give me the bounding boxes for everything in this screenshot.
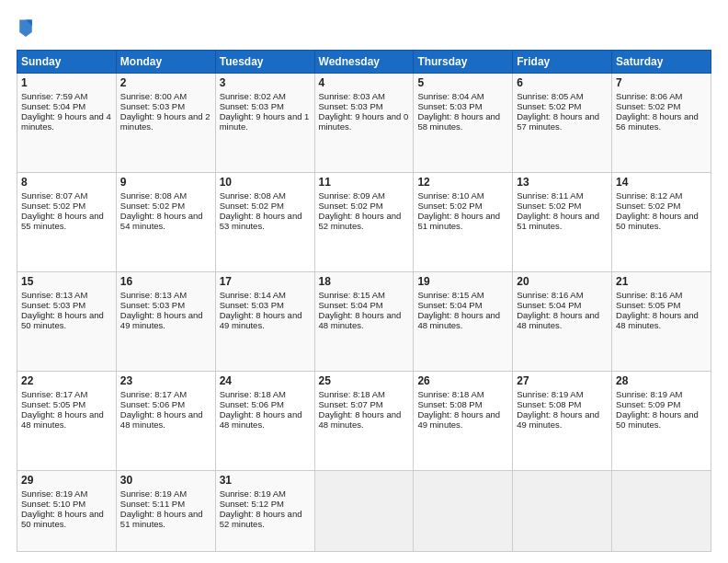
calendar-cell: 26Sunrise: 8:18 AMSunset: 5:08 PMDayligh… [414,371,513,470]
day-number: 18 [319,275,410,288]
calendar-cell: 14Sunrise: 8:12 AMSunset: 5:02 PMDayligh… [612,172,711,271]
calendar-cell: 5Sunrise: 8:04 AMSunset: 5:03 PMDaylight… [414,74,513,173]
calendar-cell: 15Sunrise: 8:13 AMSunset: 5:03 PMDayligh… [17,271,117,371]
day-number: 14 [616,176,707,189]
calendar-cell [314,470,414,551]
day-info: Sunrise: 8:18 AMSunset: 5:06 PMDaylight:… [220,389,302,430]
day-number: 9 [120,176,211,189]
day-number: 8 [21,176,112,189]
day-number: 31 [220,474,311,487]
calendar-cell: 16Sunrise: 8:13 AMSunset: 5:03 PMDayligh… [116,271,215,371]
col-header-thursday: Thursday [414,51,513,74]
day-number: 10 [220,176,311,189]
day-number: 4 [319,76,410,89]
day-info: Sunrise: 8:08 AMSunset: 5:02 PMDaylight:… [220,190,302,231]
col-header-friday: Friday [513,51,612,74]
day-number: 26 [417,374,508,387]
col-header-saturday: Saturday [612,51,711,74]
calendar-cell: 17Sunrise: 8:14 AMSunset: 5:03 PMDayligh… [215,271,314,371]
day-number: 12 [417,176,508,189]
day-info: Sunrise: 8:18 AMSunset: 5:07 PMDaylight:… [319,389,402,430]
day-info: Sunrise: 8:03 AMSunset: 5:03 PMDaylight:… [319,91,409,132]
calendar-cell: 6Sunrise: 8:05 AMSunset: 5:02 PMDaylight… [513,74,612,173]
day-number: 7 [616,76,707,89]
day-number: 11 [319,176,410,189]
day-info: Sunrise: 8:02 AMSunset: 5:03 PMDaylight:… [220,91,310,132]
day-number: 1 [21,76,112,89]
calendar-cell: 9Sunrise: 8:08 AMSunset: 5:02 PMDaylight… [116,172,215,271]
day-number: 27 [517,374,608,387]
col-header-tuesday: Tuesday [215,51,314,74]
calendar-cell: 18Sunrise: 8:15 AMSunset: 5:04 PMDayligh… [314,271,414,371]
day-info: Sunrise: 8:13 AMSunset: 5:03 PMDaylight:… [120,290,203,330]
calendar-cell: 8Sunrise: 8:07 AMSunset: 5:02 PMDaylight… [17,172,117,271]
day-number: 15 [21,275,112,288]
day-info: Sunrise: 8:17 AMSunset: 5:06 PMDaylight:… [120,389,203,430]
calendar-cell: 12Sunrise: 8:10 AMSunset: 5:02 PMDayligh… [414,172,513,271]
col-header-sunday: Sunday [17,51,117,74]
calendar-week-2: 15Sunrise: 8:13 AMSunset: 5:03 PMDayligh… [17,271,711,371]
calendar-header-row: SundayMondayTuesdayWednesdayThursdayFrid… [17,51,711,74]
day-info: Sunrise: 8:19 AMSunset: 5:11 PMDaylight:… [120,488,203,529]
day-number: 17 [220,275,311,288]
day-info: Sunrise: 8:00 AMSunset: 5:03 PMDaylight:… [120,91,210,132]
calendar-cell: 20Sunrise: 8:16 AMSunset: 5:04 PMDayligh… [513,271,612,371]
calendar-cell [414,470,513,551]
calendar-cell: 25Sunrise: 8:18 AMSunset: 5:07 PMDayligh… [314,371,414,470]
day-number: 22 [21,374,112,387]
logo [17,17,36,40]
day-info: Sunrise: 8:19 AMSunset: 5:10 PMDaylight:… [21,488,104,529]
calendar-cell: 31Sunrise: 8:19 AMSunset: 5:12 PMDayligh… [215,470,314,551]
calendar-cell: 19Sunrise: 8:15 AMSunset: 5:04 PMDayligh… [414,271,513,371]
calendar-cell: 4Sunrise: 8:03 AMSunset: 5:03 PMDaylight… [314,74,414,173]
calendar-cell: 21Sunrise: 8:16 AMSunset: 5:05 PMDayligh… [612,271,711,371]
day-info: Sunrise: 8:08 AMSunset: 5:02 PMDaylight:… [120,190,203,231]
day-number: 13 [517,176,608,189]
day-info: Sunrise: 8:07 AMSunset: 5:02 PMDaylight:… [21,190,104,231]
day-info: Sunrise: 8:17 AMSunset: 5:05 PMDaylight:… [21,389,104,430]
calendar-cell: 23Sunrise: 8:17 AMSunset: 5:06 PMDayligh… [116,371,215,470]
calendar-cell: 27Sunrise: 8:19 AMSunset: 5:08 PMDayligh… [513,371,612,470]
calendar-cell: 3Sunrise: 8:02 AMSunset: 5:03 PMDaylight… [215,74,314,173]
day-info: Sunrise: 8:19 AMSunset: 5:09 PMDaylight:… [616,389,699,430]
day-info: Sunrise: 8:19 AMSunset: 5:12 PMDaylight:… [220,488,302,529]
day-info: Sunrise: 8:19 AMSunset: 5:08 PMDaylight:… [517,389,599,430]
calendar-cell: 28Sunrise: 8:19 AMSunset: 5:09 PMDayligh… [612,371,711,470]
col-header-monday: Monday [116,51,215,74]
day-info: Sunrise: 8:10 AMSunset: 5:02 PMDaylight:… [417,190,500,231]
calendar-cell: 1Sunrise: 7:59 AMSunset: 5:04 PMDaylight… [17,74,117,173]
calendar-cell: 2Sunrise: 8:00 AMSunset: 5:03 PMDaylight… [116,74,215,173]
day-number: 16 [120,275,211,288]
day-info: Sunrise: 8:14 AMSunset: 5:03 PMDaylight:… [220,290,302,330]
day-info: Sunrise: 8:06 AMSunset: 5:02 PMDaylight:… [616,91,699,132]
day-number: 19 [417,275,508,288]
day-info: Sunrise: 8:11 AMSunset: 5:02 PMDaylight:… [517,190,599,231]
day-info: Sunrise: 7:59 AMSunset: 5:04 PMDaylight:… [21,91,111,132]
day-info: Sunrise: 8:05 AMSunset: 5:02 PMDaylight:… [517,91,599,132]
calendar-cell: 11Sunrise: 8:09 AMSunset: 5:02 PMDayligh… [314,172,414,271]
day-number: 5 [417,76,508,89]
calendar-cell: 24Sunrise: 8:18 AMSunset: 5:06 PMDayligh… [215,371,314,470]
calendar-cell: 22Sunrise: 8:17 AMSunset: 5:05 PMDayligh… [17,371,117,470]
calendar-cell: 10Sunrise: 8:08 AMSunset: 5:02 PMDayligh… [215,172,314,271]
day-number: 21 [616,275,707,288]
day-info: Sunrise: 8:15 AMSunset: 5:04 PMDaylight:… [417,290,500,330]
calendar-cell: 7Sunrise: 8:06 AMSunset: 5:02 PMDaylight… [612,74,711,173]
calendar-week-0: 1Sunrise: 7:59 AMSunset: 5:04 PMDaylight… [17,74,711,173]
calendar-week-3: 22Sunrise: 8:17 AMSunset: 5:05 PMDayligh… [17,371,711,470]
day-info: Sunrise: 8:09 AMSunset: 5:02 PMDaylight:… [319,190,402,231]
calendar-table: SundayMondayTuesdayWednesdayThursdayFrid… [17,50,711,552]
page: SundayMondayTuesdayWednesdayThursdayFrid… [0,0,728,563]
logo-icon [17,17,34,37]
day-number: 23 [120,374,211,387]
day-info: Sunrise: 8:12 AMSunset: 5:02 PMDaylight:… [616,190,699,231]
day-info: Sunrise: 8:04 AMSunset: 5:03 PMDaylight:… [417,91,500,132]
day-number: 3 [220,76,311,89]
day-number: 30 [120,474,211,487]
day-number: 6 [517,76,608,89]
calendar-cell [612,470,711,551]
calendar-cell: 29Sunrise: 8:19 AMSunset: 5:10 PMDayligh… [17,470,117,551]
header [17,17,711,40]
calendar-cell: 30Sunrise: 8:19 AMSunset: 5:11 PMDayligh… [116,470,215,551]
day-info: Sunrise: 8:16 AMSunset: 5:04 PMDaylight:… [517,290,599,330]
